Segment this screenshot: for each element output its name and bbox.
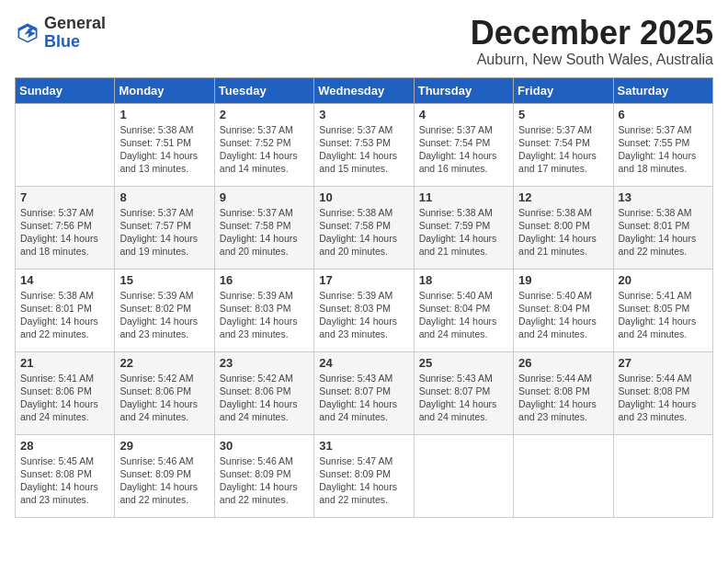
day-cell	[414, 434, 513, 517]
day-info: Sunrise: 5:37 AMSunset: 7:54 PMDaylight:…	[518, 123, 608, 176]
day-cell	[514, 434, 613, 517]
col-sunday: Sunday	[16, 77, 115, 103]
day-cell: 25Sunrise: 5:43 AMSunset: 8:07 PMDayligh…	[414, 351, 513, 434]
day-number: 6	[619, 108, 708, 121]
day-info: Sunrise: 5:46 AMSunset: 8:09 PMDaylight:…	[119, 454, 209, 507]
logo-blue: Blue	[44, 32, 80, 51]
week-row-5: 28Sunrise: 5:45 AMSunset: 8:08 PMDayligh…	[16, 434, 713, 517]
day-cell: 31Sunrise: 5:47 AMSunset: 8:09 PMDayligh…	[314, 434, 414, 517]
day-info: Sunrise: 5:39 AMSunset: 8:02 PMDaylight:…	[119, 289, 209, 341]
logo: General Blue	[15, 15, 106, 52]
day-cell: 6Sunrise: 5:37 AMSunset: 7:55 PMDaylight…	[613, 103, 712, 186]
day-cell: 16Sunrise: 5:39 AMSunset: 8:03 PMDayligh…	[214, 269, 313, 351]
location-title: Auburn, New South Wales, Australia	[471, 52, 713, 68]
day-number: 30	[220, 439, 309, 453]
day-info: Sunrise: 5:47 AMSunset: 8:09 PMDaylight:…	[319, 454, 408, 507]
day-number: 2	[220, 108, 309, 121]
day-info: Sunrise: 5:42 AMSunset: 8:06 PMDaylight:…	[220, 372, 309, 424]
day-cell: 28Sunrise: 5:45 AMSunset: 8:08 PMDayligh…	[16, 434, 115, 517]
day-number: 16	[220, 273, 309, 287]
day-cell: 8Sunrise: 5:37 AMSunset: 7:57 PMDaylight…	[115, 186, 214, 269]
day-info: Sunrise: 5:37 AMSunset: 7:56 PMDaylight:…	[20, 206, 109, 259]
day-cell: 1Sunrise: 5:38 AMSunset: 7:51 PMDaylight…	[115, 103, 214, 186]
day-number: 12	[518, 190, 608, 204]
col-thursday: Thursday	[414, 77, 513, 103]
day-info: Sunrise: 5:38 AMSunset: 8:01 PMDaylight:…	[619, 206, 708, 259]
day-number: 1	[119, 108, 209, 121]
month-title: December 2025	[471, 15, 713, 52]
day-number: 20	[619, 273, 708, 287]
calendar: Sunday Monday Tuesday Wednesday Thursday…	[15, 77, 713, 518]
day-cell: 30Sunrise: 5:46 AMSunset: 8:09 PMDayligh…	[214, 434, 313, 517]
day-info: Sunrise: 5:38 AMSunset: 8:00 PMDaylight:…	[518, 206, 608, 259]
day-number: 25	[419, 356, 508, 370]
day-cell: 29Sunrise: 5:46 AMSunset: 8:09 PMDayligh…	[115, 434, 214, 517]
day-info: Sunrise: 5:37 AMSunset: 7:55 PMDaylight:…	[619, 123, 708, 176]
day-info: Sunrise: 5:37 AMSunset: 7:53 PMDaylight:…	[319, 123, 408, 176]
day-number: 24	[319, 356, 408, 370]
day-cell: 27Sunrise: 5:44 AMSunset: 8:08 PMDayligh…	[613, 351, 712, 434]
day-number: 23	[220, 356, 309, 370]
day-number: 9	[220, 190, 309, 204]
day-cell: 2Sunrise: 5:37 AMSunset: 7:52 PMDaylight…	[214, 103, 313, 186]
day-cell: 9Sunrise: 5:37 AMSunset: 7:58 PMDaylight…	[214, 186, 313, 269]
day-number: 29	[119, 439, 209, 453]
day-cell: 26Sunrise: 5:44 AMSunset: 8:08 PMDayligh…	[514, 351, 613, 434]
day-number: 10	[319, 190, 408, 204]
day-info: Sunrise: 5:37 AMSunset: 7:58 PMDaylight:…	[220, 206, 309, 259]
day-cell: 14Sunrise: 5:38 AMSunset: 8:01 PMDayligh…	[16, 269, 115, 351]
day-cell: 21Sunrise: 5:41 AMSunset: 8:06 PMDayligh…	[16, 351, 115, 434]
week-row-3: 14Sunrise: 5:38 AMSunset: 8:01 PMDayligh…	[16, 269, 713, 351]
week-row-4: 21Sunrise: 5:41 AMSunset: 8:06 PMDayligh…	[16, 351, 713, 434]
day-cell: 3Sunrise: 5:37 AMSunset: 7:53 PMDaylight…	[314, 103, 414, 186]
day-number: 14	[20, 273, 109, 287]
day-info: Sunrise: 5:42 AMSunset: 8:06 PMDaylight:…	[119, 372, 209, 424]
day-cell: 5Sunrise: 5:37 AMSunset: 7:54 PMDaylight…	[514, 103, 613, 186]
day-cell: 10Sunrise: 5:38 AMSunset: 7:58 PMDayligh…	[314, 186, 414, 269]
day-number: 28	[20, 439, 109, 453]
day-cell: 20Sunrise: 5:41 AMSunset: 8:05 PMDayligh…	[613, 269, 712, 351]
logo-text: General Blue	[44, 15, 106, 52]
day-number: 8	[119, 190, 209, 204]
day-number: 26	[518, 356, 608, 370]
title-area: December 2025 Auburn, New South Wales, A…	[471, 15, 713, 68]
day-number: 13	[619, 190, 708, 204]
day-number: 21	[20, 356, 109, 370]
day-info: Sunrise: 5:43 AMSunset: 8:07 PMDaylight:…	[419, 372, 508, 424]
day-cell: 7Sunrise: 5:37 AMSunset: 7:56 PMDaylight…	[16, 186, 115, 269]
header: General Blue December 2025 Auburn, New S…	[15, 15, 713, 68]
day-info: Sunrise: 5:44 AMSunset: 8:08 PMDaylight:…	[518, 372, 608, 424]
day-info: Sunrise: 5:40 AMSunset: 8:04 PMDaylight:…	[518, 289, 608, 341]
calendar-header: Sunday Monday Tuesday Wednesday Thursday…	[16, 77, 713, 103]
day-info: Sunrise: 5:39 AMSunset: 8:03 PMDaylight:…	[319, 289, 408, 341]
col-friday: Friday	[514, 77, 613, 103]
day-number: 17	[319, 273, 408, 287]
day-cell: 23Sunrise: 5:42 AMSunset: 8:06 PMDayligh…	[214, 351, 313, 434]
day-cell: 22Sunrise: 5:42 AMSunset: 8:06 PMDayligh…	[115, 351, 214, 434]
col-saturday: Saturday	[613, 77, 712, 103]
day-info: Sunrise: 5:46 AMSunset: 8:09 PMDaylight:…	[220, 454, 309, 507]
day-info: Sunrise: 5:38 AMSunset: 7:58 PMDaylight:…	[319, 206, 408, 259]
day-number: 18	[419, 273, 508, 287]
day-number: 4	[419, 108, 508, 121]
day-cell	[16, 103, 115, 186]
day-cell: 4Sunrise: 5:37 AMSunset: 7:54 PMDaylight…	[414, 103, 513, 186]
day-number: 5	[518, 108, 608, 121]
day-cell: 24Sunrise: 5:43 AMSunset: 8:07 PMDayligh…	[314, 351, 414, 434]
day-cell: 11Sunrise: 5:38 AMSunset: 7:59 PMDayligh…	[414, 186, 513, 269]
day-number: 15	[119, 273, 209, 287]
day-cell: 19Sunrise: 5:40 AMSunset: 8:04 PMDayligh…	[514, 269, 613, 351]
col-wednesday: Wednesday	[314, 77, 414, 103]
logo-icon	[15, 20, 40, 46]
day-info: Sunrise: 5:44 AMSunset: 8:08 PMDaylight:…	[619, 372, 708, 424]
day-info: Sunrise: 5:37 AMSunset: 7:57 PMDaylight:…	[119, 206, 209, 259]
header-row: Sunday Monday Tuesday Wednesday Thursday…	[16, 77, 713, 103]
col-tuesday: Tuesday	[214, 77, 313, 103]
day-info: Sunrise: 5:41 AMSunset: 8:05 PMDaylight:…	[619, 289, 708, 341]
day-info: Sunrise: 5:40 AMSunset: 8:04 PMDaylight:…	[419, 289, 508, 341]
day-cell	[613, 434, 712, 517]
day-info: Sunrise: 5:38 AMSunset: 7:51 PMDaylight:…	[119, 123, 209, 176]
day-cell: 15Sunrise: 5:39 AMSunset: 8:02 PMDayligh…	[115, 269, 214, 351]
day-cell: 13Sunrise: 5:38 AMSunset: 8:01 PMDayligh…	[613, 186, 712, 269]
day-number: 3	[319, 108, 408, 121]
